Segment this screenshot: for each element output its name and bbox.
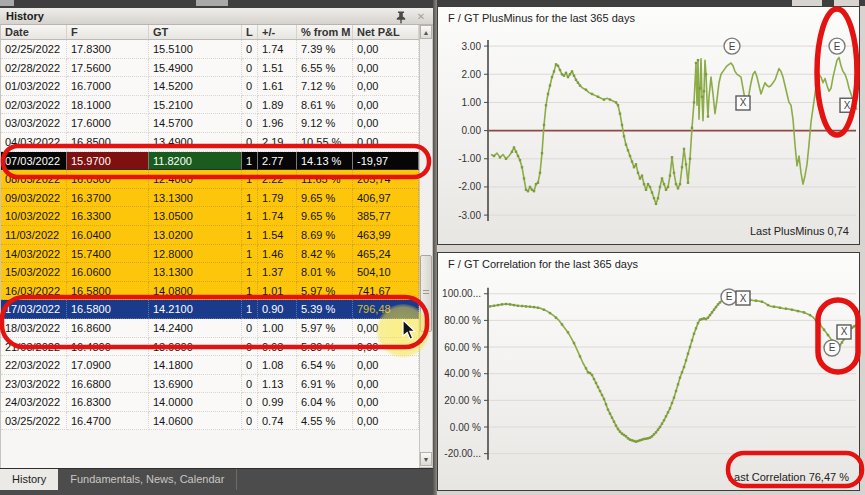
table-row[interactable]: 02/25/202217.830015.510001.747.39 %0,00 bbox=[1, 40, 419, 59]
cell-pnl: 0,00 bbox=[353, 77, 419, 96]
y-tick-label: -1.00 bbox=[458, 153, 481, 164]
cell-f: 16.5800 bbox=[67, 282, 149, 301]
table-row[interactable]: 15/03/202216.060013.130011.378.01 %504,1… bbox=[1, 263, 419, 282]
bottom-tab-bar: History Fundamentals, News, Calendar bbox=[0, 468, 433, 495]
cell-chg: 0.90 bbox=[258, 300, 297, 319]
svg-text:X: X bbox=[844, 100, 851, 111]
correlation-chart-panel: F / GT Correlation for the last 365 days… bbox=[437, 252, 860, 491]
cell-f: 16.4800 bbox=[67, 338, 149, 357]
cell-gt: 14.5200 bbox=[149, 77, 242, 96]
cell-date: 02/03/2022 bbox=[1, 96, 67, 115]
plusminus-chart: 3.002.001.000.00-1.00-2.00-3.00EXEX bbox=[438, 7, 859, 244]
cell-pct: 11.65 % bbox=[297, 170, 353, 189]
table-row[interactable]: 18/03/202216.860014.240001.005.97 %0,00 bbox=[1, 319, 419, 338]
cell-f: 16.6800 bbox=[67, 375, 149, 394]
tab-fundamentals-news-calendar[interactable]: Fundamentals, News, Calendar bbox=[58, 469, 237, 490]
cell-date: 14/03/2022 bbox=[1, 245, 67, 264]
tab-history[interactable]: History bbox=[0, 469, 58, 490]
cell-pct: 9.65 % bbox=[297, 207, 353, 226]
table-row[interactable]: 23/03/202216.680013.690001.136.91 %0,00 bbox=[1, 375, 419, 394]
column-header-l[interactable]: L bbox=[242, 25, 258, 39]
scrollbar-thumb[interactable] bbox=[420, 255, 432, 332]
cell-l: 1 bbox=[242, 245, 258, 264]
cell-l: 0 bbox=[242, 96, 258, 115]
column-header-chg[interactable]: +/- bbox=[258, 25, 297, 39]
table-row[interactable]: 03/25/202216.470014.060000.744.55 %0,00 bbox=[1, 412, 419, 431]
chart-title: F / GT PlusMinus for the last 365 days bbox=[448, 12, 635, 24]
table-row[interactable]: 22/03/202217.090014.180001.086.54 %0,00 bbox=[1, 356, 419, 375]
scroll-up-button[interactable]: ▲ bbox=[420, 25, 432, 39]
cell-date: 08/03/2022 bbox=[1, 170, 67, 189]
column-header-pct[interactable]: % from M bbox=[297, 25, 353, 39]
column-header-date[interactable]: Date bbox=[1, 25, 67, 39]
cell-chg: 2.19 bbox=[258, 133, 297, 152]
cell-date: 09/03/2022 bbox=[1, 189, 67, 208]
cell-date: 22/03/2022 bbox=[1, 356, 67, 375]
cell-gt: 13.4900 bbox=[149, 133, 242, 152]
cell-l: 0 bbox=[242, 412, 258, 431]
history-table: DateFGTL+/-% from MNet P&L 02/25/202217.… bbox=[0, 25, 419, 468]
cell-l: 1 bbox=[242, 263, 258, 282]
cell-f: 16.8300 bbox=[67, 393, 149, 412]
cell-chg: 1.01 bbox=[258, 282, 297, 301]
scroll-down-button[interactable]: ▼ bbox=[420, 452, 432, 466]
cell-date: 17/03/2022 bbox=[1, 300, 67, 319]
table-row[interactable]: 01/03/202216.700014.520001.617.12 %0,00 bbox=[1, 77, 419, 96]
table-row[interactable]: 21/03/202216.480013.980000.935.39 %0,00 bbox=[1, 338, 419, 357]
last-correlation-value: Last Correlation 76,47 % bbox=[728, 471, 849, 483]
table-row[interactable]: 02/28/202217.560015.490001.516.55 %0,00 bbox=[1, 59, 419, 78]
pin-icon[interactable] bbox=[395, 10, 407, 23]
table-row[interactable]: 07/03/202215.970011.820012.7714.13 %-19,… bbox=[1, 152, 419, 171]
cell-l: 0 bbox=[242, 133, 258, 152]
cell-gt: 13.6900 bbox=[149, 375, 242, 394]
cell-pnl: 0,00 bbox=[353, 114, 419, 133]
table-row[interactable]: 10/03/202216.330013.050011.749.65 %385,7… bbox=[1, 207, 419, 226]
column-header-f[interactable]: F bbox=[67, 25, 149, 39]
svg-text:E: E bbox=[729, 41, 736, 52]
vertical-scrollbar[interactable]: ▲ ▼ bbox=[419, 25, 433, 468]
cell-pct: 5.97 % bbox=[297, 282, 353, 301]
column-header-gt[interactable]: GT bbox=[149, 25, 242, 39]
cell-chg: 1.89 bbox=[258, 96, 297, 115]
table-row[interactable]: 04/03/202216.850013.490002.1910.55 %0,00 bbox=[1, 133, 419, 152]
table-row[interactable]: 08/03/202216.030012.400012.2211.65 %205,… bbox=[1, 170, 419, 189]
y-tick-label: -2.00 bbox=[458, 181, 481, 192]
cell-pct: 6.04 % bbox=[297, 393, 353, 412]
cell-pnl: 0,00 bbox=[353, 356, 419, 375]
cell-pnl: 796,48 bbox=[353, 300, 419, 319]
table-row[interactable]: 16/03/202216.580014.080011.015.97 %741,6… bbox=[1, 282, 419, 301]
cell-gt: 14.2400 bbox=[149, 319, 242, 338]
cell-date: 15/03/2022 bbox=[1, 263, 67, 282]
cell-pct: 7.39 % bbox=[297, 40, 353, 59]
cell-pnl: 0,00 bbox=[353, 319, 419, 338]
cell-pnl: 0,00 bbox=[353, 133, 419, 152]
column-header-pnl[interactable]: Net P&L bbox=[353, 25, 419, 39]
table-row[interactable]: 24/03/202216.830014.000000.996.04 %0,00 bbox=[1, 393, 419, 412]
cell-pct: 6.54 % bbox=[297, 356, 353, 375]
cell-chg: 2.77 bbox=[258, 152, 297, 171]
cell-date: 16/03/2022 bbox=[1, 282, 67, 301]
close-icon[interactable]: ✕ bbox=[415, 11, 427, 22]
cell-pct: 6.91 % bbox=[297, 375, 353, 394]
cell-pnl: 463,99 bbox=[353, 226, 419, 245]
cell-f: 16.0300 bbox=[67, 170, 149, 189]
cell-date: 03/03/2022 bbox=[1, 114, 67, 133]
table-row[interactable]: 17/03/202216.580014.210010.905.39 %796,4… bbox=[1, 300, 419, 319]
table-row[interactable]: 03/03/202217.600014.570001.969.12 %0,00 bbox=[1, 114, 419, 133]
y-tick-label: -20.00... bbox=[444, 448, 481, 459]
table-row[interactable]: 14/03/202215.740012.800011.468.42 %465,2… bbox=[1, 245, 419, 264]
cell-gt: 15.2100 bbox=[149, 96, 242, 115]
table-row[interactable]: 09/03/202216.370013.130011.799.65 %406,9… bbox=[1, 189, 419, 208]
table-row[interactable]: 11/03/202216.040013.020011.548.69 %463,9… bbox=[1, 226, 419, 245]
y-tick-label: 20.00 % bbox=[444, 395, 481, 406]
cell-f: 16.3300 bbox=[67, 207, 149, 226]
cell-chg: 0.99 bbox=[258, 393, 297, 412]
cell-l: 0 bbox=[242, 319, 258, 338]
table-row[interactable]: 02/03/202218.100015.210001.898.61 %0,00 bbox=[1, 96, 419, 115]
cell-chg: 1.51 bbox=[258, 59, 297, 78]
cell-pnl: 0,00 bbox=[353, 412, 419, 431]
cell-chg: 1.74 bbox=[258, 207, 297, 226]
cell-chg: 1.00 bbox=[258, 319, 297, 338]
y-tick-label: 0.00 % bbox=[450, 422, 481, 433]
cell-gt: 13.1300 bbox=[149, 263, 242, 282]
